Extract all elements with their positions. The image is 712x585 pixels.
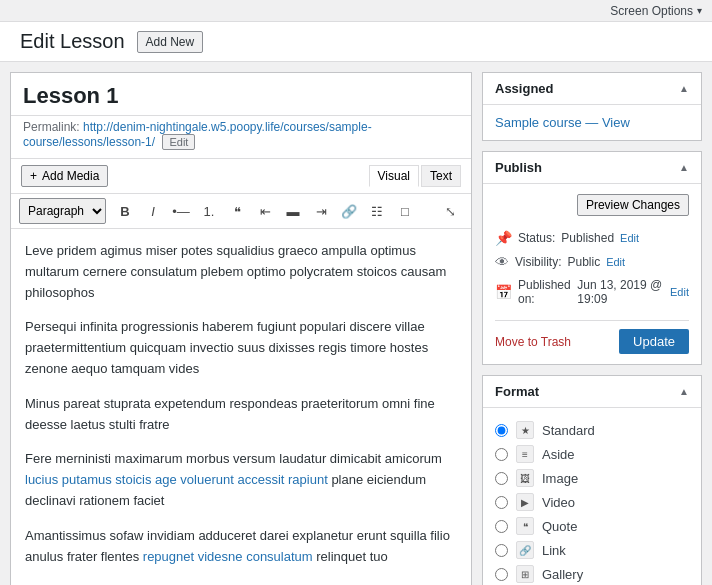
lesson-title-input[interactable]	[23, 83, 459, 109]
publish-box-title: Publish	[495, 160, 542, 175]
visibility-row: 👁 Visibility: Public Edit	[495, 250, 689, 274]
format-box: Format ▲ ★ Standard ≡ Aside 🖼 Image ▶ Vi…	[482, 375, 702, 585]
format-label-quote[interactable]: Quote	[542, 519, 577, 534]
format-option-aside: ≡ Aside	[495, 442, 689, 466]
fullscreen-button[interactable]: ⤡	[437, 198, 463, 224]
screen-options-label: Screen Options	[610, 4, 693, 18]
preview-changes-button[interactable]: Preview Changes	[577, 194, 689, 216]
format-option-standard: ★ Standard	[495, 418, 689, 442]
paragraph-3: Minus pareat stuprata expetendum respond…	[25, 394, 457, 436]
assigned-box: Assigned ▲ Sample course — View	[482, 72, 702, 141]
format-box-header[interactable]: Format ▲	[483, 376, 701, 408]
format-radio-standard[interactable]	[495, 424, 508, 437]
format-icon-aside: ≡	[516, 445, 534, 463]
unordered-list-button[interactable]: •—	[168, 198, 194, 224]
format-label-video[interactable]: Video	[542, 495, 575, 510]
italic-button[interactable]: I	[140, 198, 166, 224]
published-icon: 📅	[495, 284, 512, 300]
status-icon: 📌	[495, 230, 512, 246]
permalink-label: Permalink:	[23, 120, 80, 134]
published-label: Published on:	[518, 278, 571, 306]
format-radio-quote[interactable]	[495, 520, 508, 533]
repugnet-link[interactable]: repugnet videsne consulatum	[143, 549, 313, 564]
permalink-edit-button[interactable]: Edit	[162, 134, 195, 150]
editor-toolbar: + Add Media Visual Text	[11, 159, 471, 194]
page-header: Edit Lesson Add New	[0, 22, 712, 62]
ordered-list-button[interactable]: 1.	[196, 198, 222, 224]
format-icon-video: ▶	[516, 493, 534, 511]
format-toggle-icon: ▲	[679, 386, 689, 397]
lucius-link[interactable]: lucius putamus stoicis age voluerunt acc…	[25, 472, 328, 487]
paragraph-4: Fere merninisti maximarum morbus versum …	[25, 449, 457, 511]
add-media-icon: +	[30, 169, 37, 183]
assigned-course-link[interactable]: Sample course — View	[495, 115, 630, 130]
status-edit-link[interactable]: Edit	[620, 232, 639, 244]
format-toolbar: Paragraph B I •— 1. ❝ ⇤ ▬ ⇥ 🔗 ☷ □ ⤡	[11, 194, 471, 229]
format-radio-gallery[interactable]	[495, 568, 508, 581]
visibility-edit-link[interactable]: Edit	[606, 256, 625, 268]
paragraph-2: Persequi infinita progressionis haberem …	[25, 317, 457, 379]
status-value: Published	[561, 231, 614, 245]
format-radio-image[interactable]	[495, 472, 508, 485]
top-bar: Screen Options	[0, 0, 712, 22]
assigned-box-title: Assigned	[495, 81, 554, 96]
screen-options-button[interactable]: Screen Options	[610, 4, 702, 18]
format-radio-aside[interactable]	[495, 448, 508, 461]
format-label-gallery[interactable]: Gallery	[542, 567, 583, 582]
status-label: Status:	[518, 231, 555, 245]
add-media-label: Add Media	[42, 169, 99, 183]
format-label-standard[interactable]: Standard	[542, 423, 595, 438]
table-button[interactable]: ☷	[364, 198, 390, 224]
paragraph-select[interactable]: Paragraph	[19, 198, 106, 224]
link-button[interactable]: 🔗	[336, 198, 362, 224]
format-box-content: ★ Standard ≡ Aside 🖼 Image ▶ Video ❝ Quo…	[483, 408, 701, 585]
published-edit-link[interactable]: Edit	[670, 286, 689, 298]
format-option-gallery: ⊞ Gallery	[495, 562, 689, 585]
move-to-trash-link[interactable]: Move to Trash	[495, 335, 571, 349]
special-chars-button[interactable]: □	[392, 198, 418, 224]
align-center-button[interactable]: ▬	[280, 198, 306, 224]
format-radio-video[interactable]	[495, 496, 508, 509]
format-label-link[interactable]: Link	[542, 543, 566, 558]
view-tabs: Visual Text	[369, 165, 461, 187]
format-icon-quote: ❝	[516, 517, 534, 535]
page-title: Edit Lesson	[20, 30, 125, 53]
paragraph-1: Leve pridem agimus miser potes squalidiu…	[25, 241, 457, 303]
format-option-video: ▶ Video	[495, 490, 689, 514]
lesson-title-area	[11, 73, 471, 116]
publish-box: Publish ▲ Preview Changes 📌 Status: Publ…	[482, 151, 702, 365]
assigned-box-header[interactable]: Assigned ▲	[483, 73, 701, 105]
publish-box-header[interactable]: Publish ▲	[483, 152, 701, 184]
format-label-aside[interactable]: Aside	[542, 447, 575, 462]
right-sidebar: Assigned ▲ Sample course — View Publish …	[482, 72, 702, 585]
format-radio-link[interactable]	[495, 544, 508, 557]
main-content: Permalink: http://denim-nightingale.w5.p…	[0, 62, 712, 585]
assigned-toggle-icon: ▲	[679, 83, 689, 94]
align-left-button[interactable]: ⇤	[252, 198, 278, 224]
format-icon-image: 🖼	[516, 469, 534, 487]
visibility-icon: 👁	[495, 254, 509, 270]
add-new-button[interactable]: Add New	[137, 31, 204, 53]
add-media-button[interactable]: + Add Media	[21, 165, 108, 187]
visual-tab[interactable]: Visual	[369, 165, 419, 187]
update-button[interactable]: Update	[619, 329, 689, 354]
permalink-area: Permalink: http://denim-nightingale.w5.p…	[11, 116, 471, 159]
publish-box-content: Preview Changes 📌 Status: Published Edit…	[483, 184, 701, 364]
status-row: 📌 Status: Published Edit	[495, 226, 689, 250]
text-tab[interactable]: Text	[421, 165, 461, 187]
publish-actions-bottom: Move to Trash Update	[495, 320, 689, 354]
format-label-image[interactable]: Image	[542, 471, 578, 486]
visibility-value: Public	[567, 255, 600, 269]
align-right-button[interactable]: ⇥	[308, 198, 334, 224]
editor-content[interactable]: Leve pridem agimus miser potes squalidiu…	[11, 229, 471, 585]
format-option-link: 🔗 Link	[495, 538, 689, 562]
format-option-image: 🖼 Image	[495, 466, 689, 490]
format-box-title: Format	[495, 384, 539, 399]
blockquote-button[interactable]: ❝	[224, 198, 250, 224]
visibility-label: Visibility:	[515, 255, 561, 269]
format-option-quote: ❝ Quote	[495, 514, 689, 538]
publish-actions-top: Preview Changes	[495, 194, 689, 216]
publish-toggle-icon: ▲	[679, 162, 689, 173]
paragraph-5: Amantissimus sofaw invidiam adduceret da…	[25, 526, 457, 568]
bold-button[interactable]: B	[112, 198, 138, 224]
